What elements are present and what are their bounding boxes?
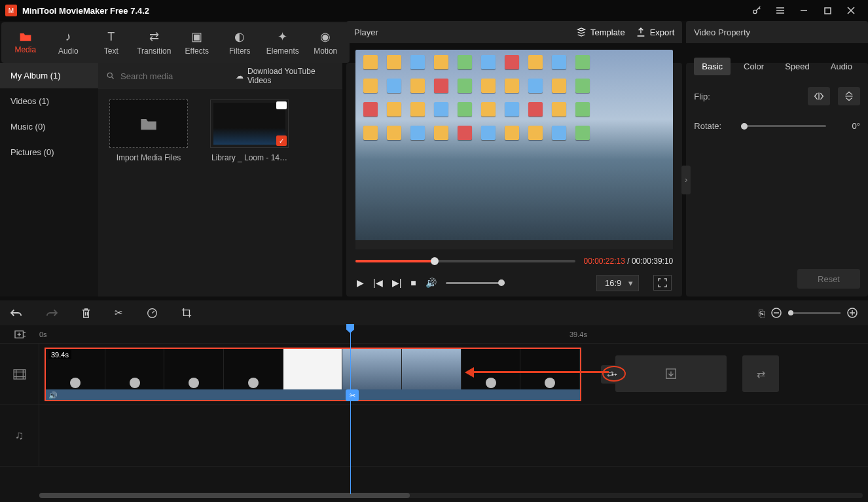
media-content: ☁ Download YouTube Videos Import Media F… (98, 63, 342, 296)
video-clip[interactable]: 39.4s 🔊 (45, 348, 581, 401)
zoom-in-button[interactable] (847, 308, 858, 318)
tab-effects[interactable]: ▣ Effects (175, 22, 219, 63)
svg-point-0 (753, 10, 757, 13)
scrub-slider[interactable]: 00:00:22:13 / 00:00:39:10 (355, 256, 673, 266)
prop-tab-color[interactable]: Color (736, 58, 772, 75)
flip-vertical-button[interactable] (838, 87, 860, 105)
import-media-label: Import Media Files (106, 153, 191, 162)
timeline: 0s 39.4s 39.4s (0, 325, 868, 502)
clip-thumbnail: ✓ (210, 99, 289, 148)
tab-label: Audio (58, 46, 79, 56)
redo-button[interactable] (46, 308, 58, 317)
sidebar-item-myalbum[interactable]: My Album (1) (0, 63, 98, 88)
tab-motion[interactable]: ◉ Motion (304, 22, 348, 63)
svg-rect-7 (14, 369, 26, 378)
volume-slider[interactable] (446, 282, 505, 284)
export-button[interactable]: Export (636, 27, 675, 37)
motion-icon: ◉ (320, 29, 331, 44)
sidebar-item-pictures[interactable]: Pictures (0) (0, 139, 98, 165)
fullscreen-button[interactable] (653, 275, 672, 291)
tab-label: Media (14, 45, 36, 54)
effects-icon: ▣ (191, 29, 202, 44)
template-icon (576, 27, 587, 37)
next-frame-button[interactable]: ▶| (392, 278, 402, 288)
crop-button[interactable] (181, 308, 192, 318)
tab-audio[interactable]: ♪ Audio (47, 22, 90, 63)
sidebar-item-videos[interactable]: Videos (1) (0, 88, 98, 114)
tab-media[interactable]: Media (4, 22, 47, 63)
download-youtube-label: Download YouTube Videos (247, 67, 335, 85)
video-preview[interactable] (355, 50, 673, 249)
tab-elements[interactable]: ✦ Elements (261, 22, 304, 63)
rotate-slider[interactable] (741, 125, 826, 127)
timeline-ruler[interactable]: 0s 39.4s (0, 325, 868, 344)
flip-horizontal-button[interactable] (808, 87, 830, 105)
volume-icon[interactable]: 🔊 (425, 278, 437, 288)
prop-tab-speed[interactable]: Speed (777, 58, 818, 75)
timeline-horizontal-scrollbar[interactable] (39, 493, 863, 498)
tab-filters[interactable]: ◐ Filters (219, 22, 262, 63)
add-track-button[interactable] (14, 329, 26, 340)
collapse-panel-button[interactable]: › (681, 166, 691, 194)
tab-label: Elements (266, 46, 299, 56)
upgrade-key-icon[interactable] (745, 0, 769, 21)
annotation-arrow-icon (471, 371, 609, 373)
prop-tab-basic[interactable]: Basic (694, 58, 731, 75)
audio-track-icon: ♫ (0, 405, 39, 466)
aspect-ratio-select[interactable]: 16:9 (596, 275, 639, 291)
sidebar-item-music[interactable]: Music (0) (0, 114, 98, 139)
elements-icon: ✦ (278, 29, 287, 44)
undo-button[interactable] (10, 308, 22, 317)
text-icon: T (107, 30, 115, 44)
cloud-download-icon: ☁ (236, 71, 244, 81)
zoom-slider[interactable] (788, 312, 841, 314)
ruler-mark-end: 39.4s (570, 331, 587, 338)
close-button[interactable] (839, 0, 863, 21)
minimize-button[interactable] (792, 0, 816, 21)
prev-frame-button[interactable]: |◀ (373, 278, 383, 288)
video-track-row: 39.4s 🔊 ⇄ ↔ (0, 344, 868, 405)
main-tool-tabs: Media ♪ Audio T Text ⇄ Transition ▣ Effe… (1, 22, 350, 63)
play-button[interactable]: ▶ (357, 278, 364, 288)
fit-timeline-button[interactable]: ⎘ (759, 308, 765, 319)
playhead[interactable] (350, 325, 351, 494)
ruler-mark-0: 0s (39, 331, 47, 338)
svg-point-2 (107, 73, 112, 77)
split-marker-icon[interactable]: ✂ (346, 389, 359, 401)
music-icon: ♪ (65, 30, 71, 44)
title-bar: M MiniTool MovieMaker Free 7.4.2 (0, 0, 868, 21)
import-folder-icon (109, 99, 188, 148)
current-time: 00:00:22:13 (583, 257, 624, 266)
stop-button[interactable]: ■ (410, 278, 416, 288)
maximize-button[interactable] (816, 0, 839, 21)
media-sidebar: My Album (1) Videos (1) Music (0) Pictur… (0, 63, 98, 296)
tab-label: Filters (229, 46, 251, 56)
media-clip-tile[interactable]: ✓ Library _ Loom - 14… (207, 99, 292, 162)
zoom-out-button[interactable] (771, 308, 782, 318)
tab-label: Effects (185, 46, 209, 56)
drop-slot[interactable] (615, 355, 727, 392)
reset-button[interactable]: Reset (797, 269, 860, 289)
property-panel: Video Property › Basic Color Speed Audio… (686, 63, 868, 296)
speed-button[interactable] (147, 308, 158, 319)
template-button[interactable]: Template (576, 27, 625, 37)
clip-duration-badge: 39.4s (48, 350, 71, 359)
audio-track-row: ♫ (0, 405, 868, 467)
media-panel: My Album (1) Videos (1) Music (0) Pictur… (0, 63, 342, 296)
tab-transition[interactable]: ⇄ Transition (133, 22, 176, 63)
tab-text[interactable]: T Text (90, 22, 133, 63)
prop-tab-audio[interactable]: Audio (823, 58, 860, 75)
tab-label: Motion (314, 46, 337, 56)
filters-icon: ◐ (234, 29, 245, 44)
export-icon (636, 27, 646, 37)
search-input[interactable] (120, 71, 230, 81)
rotate-value: 0° (834, 121, 860, 131)
delete-button[interactable] (81, 308, 91, 319)
svg-rect-1 (825, 8, 831, 14)
download-youtube-link[interactable]: ☁ Download YouTube Videos (236, 67, 335, 85)
transition-drop-slot[interactable]: ⇄ (742, 355, 779, 392)
split-button[interactable]: ✂ (115, 307, 123, 319)
export-label: Export (650, 27, 675, 37)
hamburger-menu-icon[interactable] (769, 0, 792, 21)
import-media-tile[interactable]: Import Media Files (106, 99, 191, 162)
